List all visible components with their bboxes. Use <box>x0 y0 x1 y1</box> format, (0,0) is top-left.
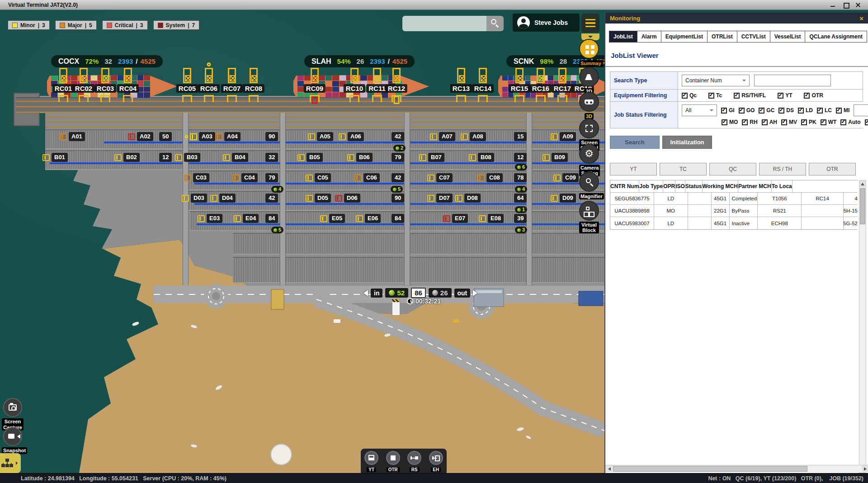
yard-block-label[interactable]: A05 <box>317 132 333 141</box>
equipment-checkbox-item[interactable]: Tc <box>708 92 722 99</box>
checkbox-checked-icon[interactable] <box>759 108 764 114</box>
checkbox-checked-icon[interactable] <box>817 108 823 114</box>
yard-block[interactable]: C08 <box>477 173 503 182</box>
job-status-checkbox-item[interactable]: DS <box>778 107 794 114</box>
dock-otr-button[interactable]: OTR <box>384 451 402 473</box>
table-row[interactable]: UACU3889898 MO 22G1 ByPass RS21 65H-15 <box>610 205 858 217</box>
alarm-badge[interactable]: Critical | 3 <box>102 20 148 30</box>
panel-tab[interactable]: JobList <box>609 31 637 43</box>
job-status-checkbox-item[interactable]: RH <box>742 119 757 125</box>
yard-block-label[interactable]: C09 <box>562 173 579 182</box>
quay-crane[interactable]: RC08 <box>240 62 267 109</box>
yard-block-label[interactable]: B06 <box>356 153 373 162</box>
quay-crane[interactable]: RC12 <box>383 62 410 109</box>
yard-block[interactable]: D03 <box>182 194 207 203</box>
yard-block[interactable]: E03 <box>198 214 222 223</box>
checkbox-checked-icon[interactable] <box>821 119 826 125</box>
yard-block-label[interactable]: B09 <box>552 153 568 162</box>
table-column-header[interactable]: ISO <box>675 180 685 192</box>
alarm-badge[interactable]: System | 7 <box>153 20 200 30</box>
yard-block-label[interactable]: E05 <box>329 214 345 223</box>
yard-block-label[interactable]: B02 <box>123 153 140 162</box>
tool-screen-capture[interactable]: Screen Capture <box>2 398 24 431</box>
yard-block-label[interactable]: D06 <box>344 194 360 203</box>
panel-tab[interactable]: OTRList <box>707 31 737 43</box>
checkbox-checked-icon[interactable] <box>840 119 846 125</box>
yard-block[interactable]: C03 <box>184 173 209 182</box>
panel-tab[interactable]: QCLane Assignment <box>805 31 867 43</box>
quay-crane[interactable]: RC04 <box>114 62 142 109</box>
panel-tab[interactable]: VesselList <box>770 31 806 43</box>
yard-block-label[interactable]: C07 <box>436 173 453 182</box>
crane-label[interactable]: RC12 <box>386 84 407 93</box>
yard-block-label[interactable]: B04 <box>232 153 248 162</box>
checkbox-checked-icon[interactable] <box>734 93 740 99</box>
yard-block[interactable]: B07 <box>419 153 444 162</box>
yard-block-label[interactable]: A04 <box>224 132 241 141</box>
initialization-button[interactable]: Initialization <box>662 136 712 149</box>
yard-block-label[interactable]: C05 <box>315 173 331 182</box>
table-row[interactable]: SEGU5836775 LD 45G1 Completed T1056 RC14… <box>610 193 858 205</box>
table-column-header[interactable]: Working MCH <box>703 180 738 192</box>
gate-prev-arrow-icon[interactable] <box>360 290 368 296</box>
yard-block-label[interactable]: A02 <box>137 132 153 141</box>
yard-block[interactable]: A01 <box>60 132 85 141</box>
yard-block[interactable]: D06 <box>335 194 360 203</box>
yard-block-label[interactable]: B08 <box>478 153 494 162</box>
checkbox-checked-icon[interactable] <box>739 108 745 114</box>
checkbox-checked-icon[interactable] <box>778 108 784 114</box>
job-status-checkbox-item[interactable]: GC <box>759 107 774 114</box>
yard-block-label[interactable]: C08 <box>486 173 503 182</box>
scroll-left-icon[interactable] <box>605 465 613 472</box>
vertical-scroll-thumb[interactable] <box>860 188 865 224</box>
checkbox-checked-icon[interactable] <box>798 108 804 114</box>
job-status-extra-input[interactable] <box>854 104 868 116</box>
crane-label[interactable]: RC04 <box>117 84 139 93</box>
job-status-checkbox-item[interactable]: GI <box>721 107 735 114</box>
table-column-header[interactable]: Job Type <box>639 180 663 192</box>
crane-label[interactable]: RC09 <box>304 84 326 93</box>
checkbox-checked-icon[interactable] <box>804 93 810 99</box>
yard-block[interactable]: B03 <box>175 153 200 162</box>
scroll-right-icon[interactable] <box>862 465 868 472</box>
yard-block-label[interactable]: E03 <box>207 214 222 223</box>
panel-tab[interactable]: Alarm <box>637 31 661 43</box>
table-column-header[interactable]: CNTR Num <box>610 180 639 192</box>
minimize-icon[interactable] <box>830 2 836 8</box>
panel-close-icon[interactable]: × <box>859 15 863 22</box>
checkbox-checked-icon[interactable] <box>708 93 714 99</box>
yard-block[interactable]: A03 <box>185 132 215 141</box>
dock-rs-button[interactable]: RS <box>406 451 424 473</box>
tool-2d[interactable]: 2D <box>579 67 599 95</box>
equipment-subtab[interactable]: TC <box>660 163 707 175</box>
equipment-checkbox-item[interactable]: OTR <box>804 92 823 99</box>
terminal-map-viewport[interactable]: COCX 72% 32 2393 / 4525 SLAH 54% 26 2393… <box>0 10 604 473</box>
tool-magnifier[interactable]: Magnifier <box>579 172 599 200</box>
yard-block-label[interactable]: D05 <box>315 194 331 203</box>
table-column-header[interactable]: To Loca <box>772 180 793 192</box>
job-status-checkbox-item[interactable]: LD <box>798 107 813 114</box>
scroll-up-icon[interactable] <box>859 180 866 187</box>
yard-block[interactable]: E06 <box>356 214 381 223</box>
yard-block[interactable]: E05 <box>320 214 345 223</box>
job-status-checkbox-item[interactable]: PK <box>801 119 816 125</box>
checkbox-checked-icon[interactable] <box>781 119 787 125</box>
yard-block[interactable]: A04 <box>215 132 241 141</box>
crane-label[interactable]: RC05 <box>176 84 198 93</box>
panel-tab[interactable]: CCTVList <box>737 31 770 43</box>
dock-eh-button[interactable]: EH <box>427 451 445 473</box>
search-value-input[interactable] <box>754 75 831 86</box>
yard-block-label[interactable]: D08 <box>464 194 481 203</box>
yard-block-label[interactable]: B05 <box>307 153 323 162</box>
job-status-checkbox-item[interactable]: GO <box>739 107 755 114</box>
search-button[interactable] <box>486 16 504 31</box>
yard-block-label[interactable]: A03 <box>199 132 215 141</box>
dock-yt-button[interactable]: YT <box>363 451 381 473</box>
checkbox-checked-icon[interactable] <box>722 119 727 125</box>
yard-block-label[interactable]: C04 <box>241 173 258 182</box>
crane-label[interactable]: RC16 <box>530 84 552 93</box>
yard-block-label[interactable]: A09 <box>560 132 576 141</box>
yard-block[interactable]: A07 <box>430 132 455 141</box>
tool-virtual-block[interactable]: Virtual Block <box>579 201 599 234</box>
user-chip[interactable]: Steve Jobs <box>513 14 580 32</box>
